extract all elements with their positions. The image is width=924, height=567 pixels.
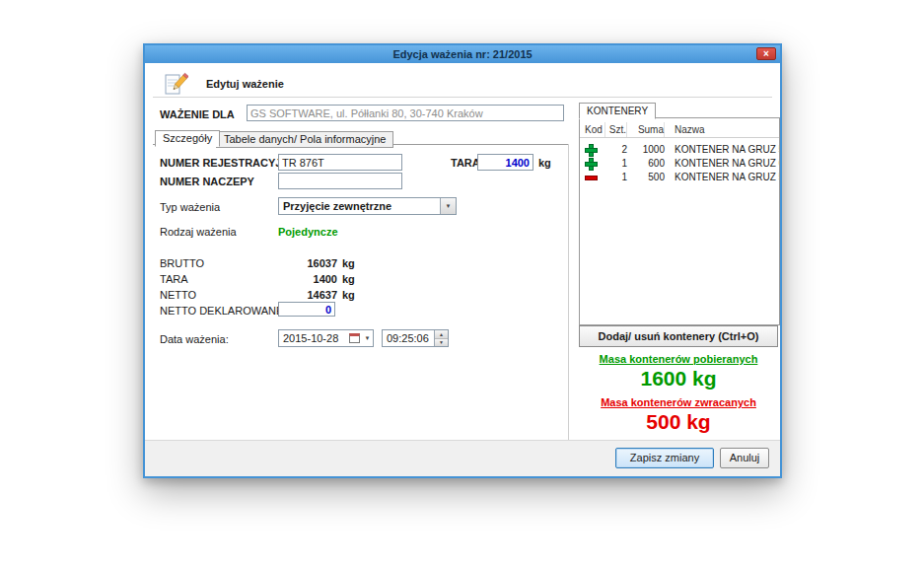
plus-icon: [585, 144, 596, 155]
minus-icon: [585, 172, 596, 182]
netto-label: NETTO: [160, 289, 196, 301]
time-value: 09:25:06: [383, 332, 434, 344]
row-suma: 600: [627, 158, 665, 169]
titlebar[interactable]: Edycja ważenia nr: 21/2015: [145, 45, 780, 63]
row-szt: 1: [605, 158, 627, 169]
brutto-value: 16037: [278, 257, 337, 269]
row-szt: 2: [605, 144, 627, 155]
typ-wazenia-select[interactable]: Przyjęcie zewnętrzne: [278, 197, 457, 215]
kontenery-table-header: Kod Szt. Suma Nazwa: [580, 122, 779, 138]
time-spinner: [434, 330, 448, 346]
tara-row-unit: kg: [342, 273, 355, 285]
tara-row-value: 1400: [278, 273, 337, 285]
table-row[interactable]: 1 500 KONTENER NA GRUZ 5M3: [580, 170, 779, 183]
close-icon[interactable]: [756, 47, 776, 60]
col-suma: Suma: [627, 122, 665, 137]
tab-kontenery-label: KONTENERY: [587, 106, 648, 116]
page-title: Edytuj ważenie: [206, 78, 284, 90]
brutto-label: BRUTTO: [160, 257, 204, 269]
tab-szczegoly[interactable]: Szczegóły: [155, 130, 220, 147]
row-nazwa: KONTENER NA GRUZ 6M3: [665, 158, 779, 169]
rodzaj-wazenia-value: Pojedyncze: [278, 226, 338, 238]
tara-unit: kg: [538, 157, 551, 169]
typ-wazenia-value: Przyjęcie zewnętrzne: [279, 200, 440, 212]
plus-icon: [585, 158, 596, 169]
numer-naczepy-label: NUMER NACZEPY: [160, 176, 254, 187]
row-szt: 1: [605, 172, 627, 182]
numer-rejestracyjny-label: NUMER REJESTRACYJNY: [160, 157, 297, 169]
row-nazwa: KONTENER NA GRUZ 5M3: [665, 172, 779, 182]
numer-rejestracyjny-input[interactable]: [278, 154, 402, 171]
spinner-up-icon[interactable]: [435, 330, 448, 339]
mass-collected-label: Masa kontenerów pobieranych: [579, 353, 778, 365]
table-row[interactable]: 2 1000 KONTENER NA GRUZ 5M3: [580, 142, 779, 156]
wazenie-dla-input[interactable]: [247, 105, 564, 121]
row-suma: 1000: [627, 144, 665, 155]
tab-tabele-danych-label: Tabele danych/ Pola informacyjne: [224, 133, 386, 145]
header-divider: [153, 97, 772, 99]
netto-deklarowane-input[interactable]: [278, 302, 335, 317]
netto-unit: kg: [342, 289, 355, 301]
mass-returned-value: 500 kg: [579, 410, 778, 434]
calendar-icon: [349, 333, 360, 343]
chevron-down-icon[interactable]: [440, 198, 456, 214]
tara-row-label: TARA: [160, 273, 188, 285]
mass-collected-value: 1600 kg: [579, 367, 778, 390]
dialog-footer: Zapisz zmiany Anuluj: [145, 440, 780, 476]
row-nazwa: KONTENER NA GRUZ 5M3: [665, 144, 779, 155]
add-remove-containers-button[interactable]: Dodaj/ usuń kontenery (Ctrl+O): [579, 325, 778, 347]
col-szt: Szt.: [605, 122, 627, 137]
spinner-down-icon[interactable]: [435, 339, 448, 347]
date-value: 2015-10-28: [279, 332, 349, 344]
tab-tabele-danych[interactable]: Tabele danych/ Pola informacyjne: [216, 131, 393, 148]
date-chevron-down-icon[interactable]: [362, 330, 373, 346]
tara-field-label: TARA: [451, 157, 480, 169]
edit-weighing-dialog: Edycja ważenia nr: 21/2015 Edytuj ważeni…: [143, 43, 782, 478]
content-separator: [568, 144, 569, 444]
date-picker[interactable]: 2015-10-28: [278, 329, 374, 347]
cancel-button[interactable]: Anuluj: [720, 448, 769, 468]
save-button[interactable]: Zapisz zmiany: [615, 448, 714, 468]
mass-returned-label: Masa kontenerów zwracanych: [579, 396, 778, 408]
tab-szczegoly-label: Szczegóły: [163, 132, 212, 144]
numer-naczepy-input[interactable]: [278, 173, 402, 189]
col-nazwa: Nazwa: [665, 122, 779, 137]
col-kod: Kod: [580, 122, 605, 137]
netto-value: 14637: [278, 289, 337, 301]
row-suma: 500: [627, 172, 665, 182]
tab-kontenery[interactable]: KONTENERY: [579, 103, 656, 119]
netto-deklarowane-label: NETTO DEKLAROWANE: [160, 305, 283, 317]
typ-wazenia-label: Typ ważenia: [160, 201, 220, 213]
data-wazenia-label: Data ważenia:: [160, 333, 229, 345]
kontenery-panel: Kod Szt. Suma Nazwa 2 1000 KONTENER NA G…: [579, 117, 780, 325]
table-row[interactable]: 1 600 KONTENER NA GRUZ 6M3: [580, 156, 779, 170]
brutto-unit: kg: [342, 257, 355, 269]
window-title: Edycja ważenia nr: 21/2015: [392, 48, 532, 60]
tara-input[interactable]: [477, 154, 533, 171]
wazenie-dla-label: WAŻENIE DLA: [160, 108, 235, 120]
time-picker[interactable]: 09:25:06: [382, 329, 449, 347]
rodzaj-wazenia-label: Rodzaj ważenia: [160, 226, 237, 238]
